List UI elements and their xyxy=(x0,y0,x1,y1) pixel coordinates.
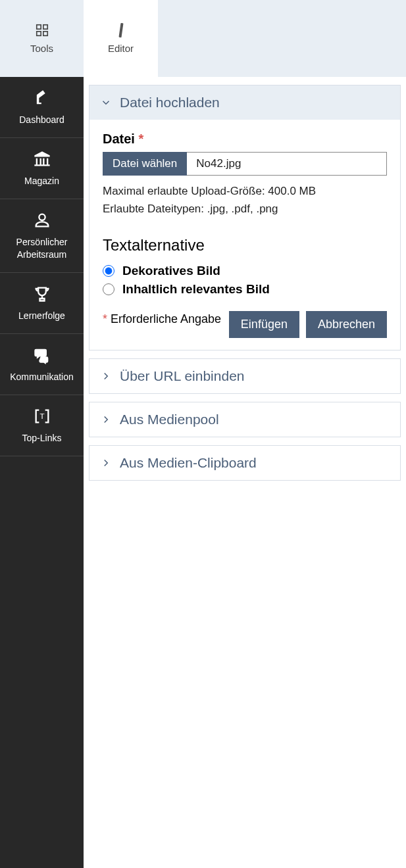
lamp-icon xyxy=(33,89,51,107)
radio-content[interactable] xyxy=(103,283,114,295)
person-icon xyxy=(33,211,51,229)
tab-editor[interactable]: Editor xyxy=(84,0,158,77)
tab-tools[interactable]: Tools xyxy=(0,0,84,77)
svg-rect-3 xyxy=(43,32,47,36)
radio-decorative-row[interactable]: Dekoratives Bild xyxy=(103,264,387,278)
panel-upload-header[interactable]: Datei hochladen xyxy=(89,85,400,120)
sidebar-item-label: Dashboard xyxy=(19,114,64,126)
sidebar-item-label: Top-Links xyxy=(22,432,62,444)
panel-clipboard: Aus Medien-Clipboard xyxy=(89,445,401,481)
sidebar-item-dashboard[interactable]: Dashboard xyxy=(0,77,84,138)
panel-mediapool-title: Aus Medienpool xyxy=(120,412,219,427)
alt-text-heading: Textalternative xyxy=(103,236,387,254)
tab-editor-label: Editor xyxy=(108,43,134,54)
radio-decorative-label: Dekoratives Bild xyxy=(122,264,220,278)
main-content: Editor Datei hochladen Datei * Datei wäh… xyxy=(84,0,406,868)
brush-icon xyxy=(118,23,123,37)
panel-mediapool-header[interactable]: Aus Medienpool xyxy=(89,402,400,437)
allowed-types-text: Erlaubte Dateitypen: .jpg, .pdf, .png xyxy=(103,200,387,218)
sidebar: Tools Dashboard Magazin Persönlicher Arb… xyxy=(0,0,84,868)
panel-url-title: Über URL einbinden xyxy=(120,368,245,384)
svg-text:T: T xyxy=(39,412,44,420)
radio-content-row[interactable]: Inhaltlich relevantes Bild xyxy=(103,282,387,297)
sidebar-item-kommunikation[interactable]: Kommunikation xyxy=(0,334,84,395)
panel-clipboard-title: Aus Medien-Clipboard xyxy=(120,455,257,471)
brackets-icon: T xyxy=(33,407,51,425)
sidebar-item-label: Magazin xyxy=(24,175,59,187)
file-picker: Datei wählen No42.jpg xyxy=(103,152,387,176)
svg-rect-2 xyxy=(36,32,40,36)
panel-mediapool: Aus Medienpool xyxy=(89,402,401,437)
sidebar-item-label: Lernerfolge xyxy=(18,310,65,322)
form-footer: * Erforderliche Angabe Einfügen Abbreche… xyxy=(103,311,387,338)
sidebar-item-label: Persönlicher Arbeitsraum xyxy=(4,236,80,260)
sidebar-item-workspace[interactable]: Persönlicher Arbeitsraum xyxy=(0,199,84,272)
library-icon xyxy=(33,150,51,168)
chevron-down-icon xyxy=(100,97,112,108)
sidebar-item-lernerfolge[interactable]: Lernerfolge xyxy=(0,273,84,334)
chevron-right-icon xyxy=(100,457,112,469)
tab-tools-label: Tools xyxy=(30,43,53,54)
radio-content-label: Inhaltlich relevantes Bild xyxy=(122,282,270,297)
max-size-text: Maximal erlaubte Upload-Größe: 400.0 MB xyxy=(103,182,387,200)
chevron-right-icon xyxy=(100,370,112,382)
sidebar-item-toplinks[interactable]: T Top-Links xyxy=(0,395,84,456)
file-choose-button[interactable]: Datei wählen xyxy=(103,152,187,176)
chevron-right-icon xyxy=(100,414,112,425)
file-name-display: No42.jpg xyxy=(187,152,387,176)
file-label: Datei * xyxy=(103,132,387,147)
panel-upload-body: Datei * Datei wählen No42.jpg Maximal er… xyxy=(89,120,400,350)
required-asterisk: * xyxy=(138,132,143,146)
grid-icon xyxy=(35,23,49,37)
panel-url-header[interactable]: Über URL einbinden xyxy=(89,359,400,393)
sidebar-item-magazin[interactable]: Magazin xyxy=(0,138,84,199)
trophy-icon xyxy=(33,285,51,303)
main-top-bar: Editor xyxy=(84,0,406,77)
panel-url: Über URL einbinden xyxy=(89,358,401,394)
required-note: * Erforderliche Angabe xyxy=(103,311,222,327)
svg-rect-1 xyxy=(43,25,47,29)
sidebar-item-label: Kommunikation xyxy=(10,371,74,383)
sidebar-top-tabs: Tools xyxy=(0,0,84,77)
panel-upload: Datei hochladen Datei * Datei wählen No4… xyxy=(89,85,401,350)
panel-upload-title: Datei hochladen xyxy=(120,95,220,110)
chat-icon xyxy=(33,346,51,364)
radio-decorative[interactable] xyxy=(103,265,114,277)
svg-rect-0 xyxy=(36,25,40,29)
cancel-button[interactable]: Abbrechen xyxy=(306,311,387,338)
panel-clipboard-header[interactable]: Aus Medien-Clipboard xyxy=(89,446,400,480)
insert-button[interactable]: Einfügen xyxy=(229,311,299,338)
